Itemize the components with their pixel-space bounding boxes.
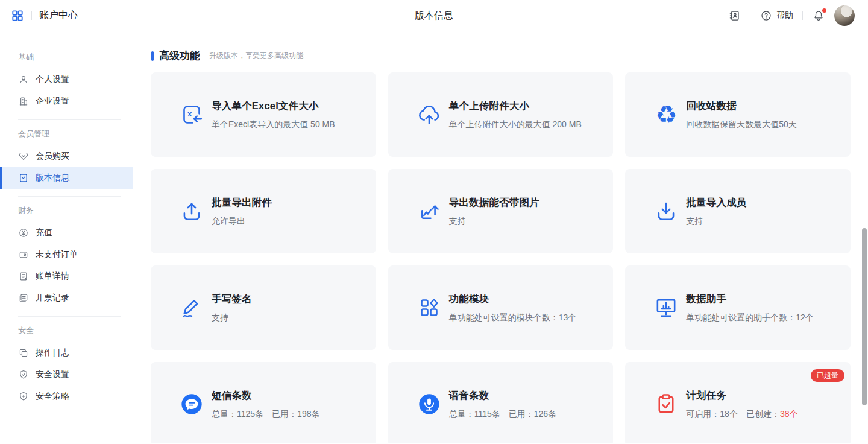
sidebar-item-enterprise-settings[interactable]: 企业设置 <box>0 90 133 112</box>
wallet-icon <box>18 249 29 260</box>
sidebar-divider <box>18 196 121 197</box>
sidebar-item-label: 未支付订单 <box>36 249 78 260</box>
card-desc-text: 支持 <box>449 216 466 226</box>
bill-icon <box>18 271 29 282</box>
card-desc-text: 允许导出 <box>212 216 245 226</box>
sidebar-section-label: 基础 <box>18 52 133 63</box>
diamond-icon <box>18 151 29 162</box>
task-icon <box>653 391 679 417</box>
notifications-button[interactable] <box>812 9 825 22</box>
feature-card-grid: x导入单个Excel文件大小单个Execl表导入的最大值 50 MB单个上传附件… <box>151 72 851 443</box>
sidebar-item-security-settings[interactable]: 安全设置 <box>0 364 133 385</box>
sidebar-item-security-policy[interactable]: 安全策略 <box>0 385 133 407</box>
card-title: 语音条数 <box>449 389 556 402</box>
recycle-icon: ♻ <box>653 101 679 128</box>
feature-card-data-assistant: 数据助手单功能处可设置的助手个数：12个 <box>625 265 851 350</box>
card-title: 单个上传附件大小 <box>449 100 582 113</box>
card-desc-text: 回收数据保留天数最大值50天 <box>686 119 797 129</box>
card-desc-text: 支持 <box>686 216 703 226</box>
help-button[interactable]: 帮助 <box>760 9 793 22</box>
card-desc-text: 支持 <box>212 312 228 322</box>
topbar: 账户中心 版本信息 帮助 <box>0 0 868 31</box>
section-title: 高级功能 <box>159 49 200 63</box>
feature-card-voice-count: 语音条数总量：1115条 已用：126条 <box>388 362 614 443</box>
contact-book-icon[interactable] <box>728 9 741 22</box>
building-icon <box>18 96 29 107</box>
card-desc-text: 可启用：18个 已创建： <box>686 409 780 419</box>
card-desc: 可启用：18个 已创建：38个 <box>686 409 797 420</box>
card-desc: 总量：1115条 已用：126条 <box>449 409 556 420</box>
chart-up-icon <box>417 198 442 224</box>
advanced-features-panel: 高级功能 升级版本，享受更多高级功能 x导入单个Excel文件大小单个Execl… <box>143 40 858 443</box>
sidebar-item-member-purchase[interactable]: 会员购买 <box>0 145 133 167</box>
sidebar-item-bill-details[interactable]: 账单详情 <box>0 265 133 287</box>
over-quota-badge: 已超量 <box>811 369 844 382</box>
card-desc-text: 总量：1115条 已用：126条 <box>449 409 556 419</box>
feature-card-batch-export-attachments: 批量导出附件允许导出 <box>151 169 376 253</box>
card-desc-highlight: 38个 <box>780 409 798 419</box>
sidebar-item-label: 个人设置 <box>36 74 69 85</box>
feature-card-export-with-images: 导出数据能否带图片支持 <box>388 169 614 253</box>
card-desc: 允许导出 <box>212 216 272 227</box>
card-title: 批量导出附件 <box>212 196 272 209</box>
excel-import-icon: x <box>179 101 204 128</box>
voice-icon <box>417 391 442 417</box>
card-title: 手写签名 <box>212 293 252 306</box>
feature-card-scheduled-tasks: 已超量计划任务可启用：18个 已创建：38个 <box>625 362 851 443</box>
panel-header: 高级功能 升级版本，享受更多高级功能 <box>151 49 851 63</box>
feature-card-upload-attachment-size: 单个上传附件大小单个上传附件大小的最大值 200 MB <box>388 72 614 157</box>
card-desc-text: 单功能处可设置的模块个数：13个 <box>449 312 577 322</box>
sidebar-item-label: 账单详情 <box>36 271 69 282</box>
topbar-divider <box>802 11 803 20</box>
card-title: 导出数据能否带图片 <box>449 196 539 209</box>
sidebar-section-label: 会员管理 <box>18 128 133 139</box>
signature-icon <box>179 294 204 321</box>
feature-card-sms-count: 短信条数总量：1125条 已用：198条 <box>151 362 376 443</box>
feature-card-function-modules: 功能模块单功能处可设置的模块个数：13个 <box>388 265 614 350</box>
shield-check-icon <box>18 369 29 380</box>
feature-card-recycle-bin-data: ♻回收站数据回收数据保留天数最大值50天 <box>625 72 851 157</box>
sidebar-item-label: 版本信息 <box>36 173 69 183</box>
section-accent-bar <box>151 51 154 61</box>
help-label: 帮助 <box>776 10 793 21</box>
sms-icon <box>179 391 204 417</box>
card-desc-text: 单个Execl表导入的最大值 50 MB <box>212 119 335 129</box>
card-desc-text: 总量：1125条 已用：198条 <box>212 409 319 419</box>
card-desc: 单个上传附件大小的最大值 200 MB <box>449 119 582 130</box>
sidebar-item-label: 操作日志 <box>36 347 69 358</box>
svg-text:x: x <box>187 109 192 118</box>
sidebar-item-invoice-records[interactable]: 开票记录 <box>0 287 133 309</box>
feature-card-handwritten-signature: 手写签名支持 <box>151 265 376 350</box>
sidebar-item-recharge[interactable]: 充值 <box>0 222 133 244</box>
cloud-upload-icon <box>417 101 442 128</box>
sidebar-item-label: 会员购买 <box>36 151 69 162</box>
sidebar-section-label: 财务 <box>18 205 133 216</box>
avatar[interactable] <box>834 5 855 26</box>
content-scrollbar[interactable] <box>862 228 867 405</box>
grid-logo-icon[interactable] <box>11 9 24 22</box>
card-title: 计划任务 <box>686 389 797 402</box>
card-desc: 单个Execl表导入的最大值 50 MB <box>212 119 335 130</box>
shield-plus-icon <box>18 391 29 402</box>
sidebar-item-label: 安全策略 <box>36 391 69 402</box>
feature-card-batch-import-members: 批量导入成员支持 <box>625 169 851 253</box>
sidebar-item-version-info[interactable]: 版本信息 <box>0 167 133 189</box>
topbar-divider <box>31 11 32 20</box>
card-desc-text: 单功能处可设置的助手个数：12个 <box>686 312 814 322</box>
sidebar-item-personal-settings[interactable]: 个人设置 <box>0 69 133 90</box>
recharge-icon <box>18 227 29 238</box>
card-desc: 回收数据保留天数最大值50天 <box>686 119 797 130</box>
card-desc: 支持 <box>449 216 539 227</box>
sidebar-item-operation-log[interactable]: 操作日志 <box>0 342 133 364</box>
card-title: 导入单个Excel文件大小 <box>212 100 335 113</box>
card-desc: 支持 <box>212 312 252 323</box>
card-title: 回收站数据 <box>686 100 797 113</box>
topbar-divider <box>750 11 750 20</box>
page-title: 版本信息 <box>415 0 453 31</box>
card-desc-text: 单个上传附件大小的最大值 200 MB <box>449 119 582 129</box>
sidebar-item-unpaid-orders[interactable]: 未支付订单 <box>0 244 133 265</box>
version-doc-icon <box>18 173 29 183</box>
sidebar-item-label: 开票记录 <box>36 293 69 303</box>
sidebar-divider <box>18 316 121 317</box>
card-title: 数据助手 <box>686 293 814 306</box>
